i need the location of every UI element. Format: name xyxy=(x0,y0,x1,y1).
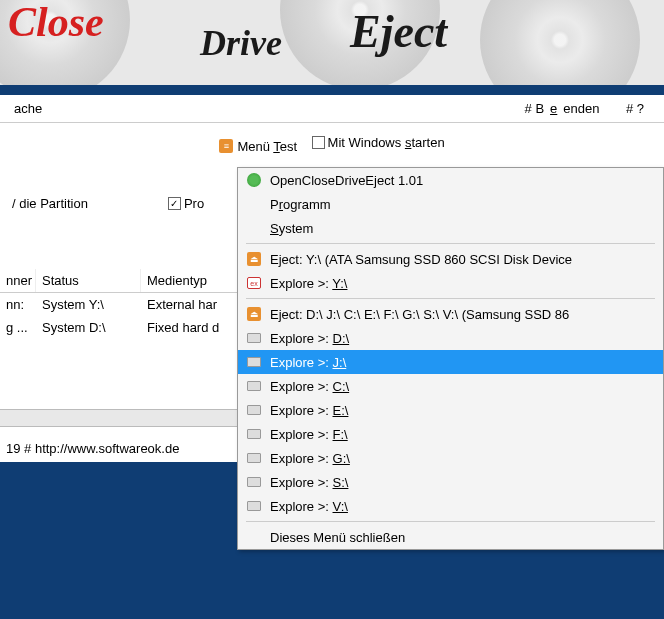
menu-title: OpenCloseDriveEject 1.01 xyxy=(238,168,663,192)
disc-graphic xyxy=(480,0,640,85)
menu-explore-d[interactable]: Explore >: D:\ xyxy=(238,326,663,350)
explore-icon: ex xyxy=(247,277,261,289)
autostart-checkbox[interactable]: Mit Windows starten xyxy=(312,135,445,150)
checkbox-icon xyxy=(312,136,325,149)
drive-icon xyxy=(247,501,261,511)
menu-close[interactable]: Dieses Menü schließen xyxy=(238,525,663,549)
checkbox-icon: ✓ xyxy=(168,197,181,210)
menu-help[interactable]: # ? xyxy=(620,99,650,118)
menu-icon: ≡ xyxy=(219,139,233,153)
logo-close-text: Close xyxy=(8,0,104,46)
app-icon xyxy=(247,173,261,187)
logo-drive-text: Drive xyxy=(200,22,282,64)
drive-icon xyxy=(247,357,261,367)
menu-explore-c[interactable]: Explore >: C:\ xyxy=(238,374,663,398)
drive-icon xyxy=(247,429,261,439)
drive-icon xyxy=(247,381,261,391)
logo-eject-text: Eject xyxy=(350,5,447,58)
app-logo-banner: Close Drive Eject xyxy=(0,0,664,85)
menu-separator xyxy=(246,521,655,522)
col-header[interactable]: nner xyxy=(0,269,36,292)
menu-eject-y[interactable]: ⏏ Eject: Y:\ (ATA Samsung SSD 860 SCSI D… xyxy=(238,247,663,271)
menu-explore-s[interactable]: Explore >: S:\ xyxy=(238,470,663,494)
menu-explore-e[interactable]: Explore >: E:\ xyxy=(238,398,663,422)
menu-separator xyxy=(246,298,655,299)
eject-icon: ⏏ xyxy=(247,252,261,266)
eject-icon: ⏏ xyxy=(247,307,261,321)
col-header[interactable]: Medientyp xyxy=(141,269,246,292)
menu-explore-g[interactable]: Explore >: G:\ xyxy=(238,446,663,470)
partition-label: / die Partition xyxy=(12,196,88,211)
menu-separator xyxy=(246,243,655,244)
menu-system[interactable]: System xyxy=(238,216,663,240)
drive-icon xyxy=(247,453,261,463)
menu-test-link[interactable]: ≡ Menü Test xyxy=(219,139,297,154)
menu-explore-y[interactable]: ex Explore >: Y:\ xyxy=(238,271,663,295)
menu-explore-f[interactable]: Explore >: F:\ xyxy=(238,422,663,446)
menu-left-fragment[interactable]: ache xyxy=(8,99,48,118)
drive-icon xyxy=(247,477,261,487)
menu-programm[interactable]: Programm xyxy=(238,192,663,216)
menu-beenden[interactable]: # Beenden xyxy=(519,99,606,118)
menu-eject-multi[interactable]: ⏏ Eject: D:\ J:\ C:\ E:\ F:\ G:\ S:\ V:\… xyxy=(238,302,663,326)
menu-explore-v[interactable]: Explore >: V:\ xyxy=(238,494,663,518)
drive-icon xyxy=(247,405,261,415)
col-header[interactable]: Status xyxy=(36,269,141,292)
tray-context-menu: OpenCloseDriveEject 1.01 Programm System… xyxy=(237,167,664,550)
toolbar: ≡ Menü Test Mit Windows starten xyxy=(0,123,664,158)
drive-icon xyxy=(247,333,261,343)
menubar: ache # Beenden # ? xyxy=(0,95,664,123)
menu-explore-j[interactable]: Explore >: J:\ xyxy=(238,350,663,374)
pro-checkbox[interactable]: ✓ Pro xyxy=(168,196,204,211)
